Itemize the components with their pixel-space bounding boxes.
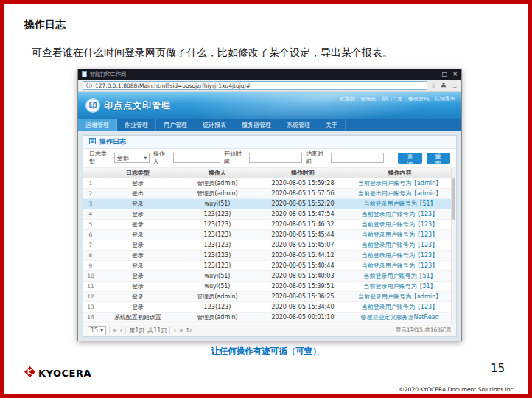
time-cell: 2020-08-05 15:59:28: [257, 178, 349, 189]
table-row[interactable]: 6登录123(123)2020-08-05 15:45:44当前登录用户账号为【…: [83, 230, 451, 240]
operator-input[interactable]: [173, 153, 220, 163]
time-cell: 2020-08-05 00:01:10: [257, 313, 349, 323]
logo-icon: 印: [85, 98, 100, 113]
reset-button[interactable]: 重置: [427, 153, 450, 164]
user-bar: 欢迎您：管理员 部门：无 修改密码 注销退出: [340, 95, 455, 102]
start-time-input[interactable]: [249, 153, 302, 163]
row-index: 4: [83, 209, 98, 220]
log-type-label: 日志类型: [89, 150, 111, 166]
operator-cell: wuyi(51): [178, 199, 257, 209]
table-row[interactable]: 2登出管理员(admin)2020-08-05 15:57:56当前登出用户账号…: [83, 189, 451, 199]
nav-tab-1[interactable]: 运维管理: [78, 119, 117, 131]
profile-icon[interactable]: [441, 82, 447, 89]
nav-tab-6[interactable]: 系统管理: [279, 119, 318, 131]
table-row[interactable]: 3登录wuyi(51)2020-08-05 15:52:20当前登录用户账号为【…: [83, 199, 451, 209]
minimize-icon[interactable]: —: [431, 71, 437, 77]
log-type-cell: 登录: [98, 302, 178, 313]
row-index: 6: [83, 230, 98, 240]
table-row[interactable]: 10登录wuyi(51)2020-08-05 15:40:03当前登录用户账号为…: [83, 271, 451, 282]
log-table-wrap: 日志类型操作人操作时间操作内容 1登录管理员(admin)2020-08-05 …: [83, 167, 456, 324]
log-type-cell: 登录: [98, 292, 178, 302]
table-row[interactable]: 1登录管理员(admin)2020-08-05 15:59:28当前登录用户账号…: [83, 178, 451, 189]
nav-tab-2[interactable]: 作业管理: [117, 119, 156, 131]
favorites-star-icon[interactable]: ☆: [431, 83, 436, 89]
prev-page-icon[interactable]: ‹: [120, 327, 123, 334]
log-table: 日志类型操作人操作时间操作内容 1登录管理员(admin)2020-08-05 …: [83, 167, 451, 323]
content-cell: 当前登录用户账号为【51】: [349, 282, 451, 292]
time-cell: 2020-08-05 15:45:07: [257, 240, 349, 251]
site-info-icon[interactable]: i: [86, 83, 92, 88]
nav-tab-5[interactable]: 服务器管理: [234, 119, 279, 131]
browser-tab-title: 智能打印工作间: [90, 71, 428, 78]
window-controls: — □ ×: [431, 71, 458, 77]
last-page-icon[interactable]: »: [179, 327, 183, 334]
scrollbar-thumb[interactable]: [452, 178, 455, 220]
browser-titlebar: 智能打印工作间 — □ ×: [78, 69, 461, 80]
column-header[interactable]: 操作时间: [257, 167, 349, 178]
table-scrollbar[interactable]: [451, 167, 456, 324]
content-cell: 当前登录用户账号为【51】: [349, 199, 451, 209]
end-time-input[interactable]: [331, 153, 384, 163]
nav-bar: 运维管理作业管理用户管理统计报表服务器管理系统管理关于: [78, 119, 461, 131]
table-row[interactable]: 4登录123(123)2020-08-05 15:47:54当前登录用户账号为【…: [83, 209, 451, 220]
nav-tab-7[interactable]: 关于: [318, 119, 346, 131]
chevron-down-icon: ▼: [100, 328, 103, 332]
content-cell: 当前登录用户账号为【admin】: [349, 292, 451, 302]
page-size-select[interactable]: 15 ▼: [88, 326, 106, 335]
search-button[interactable]: 查询: [398, 153, 421, 164]
next-page-icon[interactable]: ›: [173, 327, 176, 334]
url-text[interactable]: 127.0.0.1:8088/Main.html?sid=oosojzrfhiy…: [95, 83, 251, 89]
refresh-icon[interactable]: ↻: [186, 327, 192, 334]
log-type-cell: 登录: [98, 240, 178, 251]
content-cell: 当前登出用户账号为【admin】: [349, 189, 451, 199]
row-index: 7: [83, 240, 98, 251]
slogan-text: 让任何操作有迹可循（可查）: [4, 346, 528, 357]
address-bar[interactable]: i 127.0.0.1:8088/Main.html?sid=oosojzrfh…: [83, 81, 427, 90]
maximize-icon[interactable]: □: [442, 71, 448, 77]
close-icon[interactable]: ×: [452, 71, 458, 77]
operator-cell: 123(123): [178, 251, 257, 261]
more-menu-icon[interactable]: …: [451, 83, 457, 89]
chevron-down-icon: ▼: [144, 156, 147, 160]
nav-tab-3[interactable]: 用户管理: [156, 119, 195, 131]
table-row[interactable]: 8登录123(123)2020-08-05 15:44:12当前登录用户账号为【…: [83, 251, 451, 261]
nav-tab-4[interactable]: 统计报表: [195, 119, 234, 131]
log-type-select[interactable]: 全部 ▼: [114, 153, 150, 163]
table-row[interactable]: 13登录123(123)2020-08-05 15:34:40当前登录用户账号为…: [83, 302, 451, 313]
column-header[interactable]: 操作内容: [349, 167, 451, 178]
row-index: 14: [83, 313, 98, 323]
operator-cell: wuyi(51): [178, 282, 257, 292]
first-page-icon[interactable]: «: [113, 327, 117, 334]
content-cell: 当前登录用户账号为【51】: [349, 271, 451, 282]
table-row[interactable]: 5登录123(123)2020-08-05 15:46:32当前登录用户账号为【…: [83, 220, 451, 230]
row-index: 1: [83, 178, 98, 189]
slide-description: 可查看谁在什么时间登录网页做了什么，比如修改了某个设定，导出某个报表。: [32, 46, 393, 60]
logout-link[interactable]: 注销退出: [435, 95, 455, 102]
page-size-value: 15: [91, 327, 98, 334]
time-cell: 2020-08-05 15:46:32: [257, 220, 349, 230]
time-cell: 2020-08-05 15:57:56: [257, 189, 349, 199]
table-row[interactable]: 11登录wuyi(51)2020-08-05 15:39:51当前登录用户账号为…: [83, 282, 451, 292]
table-row[interactable]: 12登录管理员(admin)2020-08-05 15:36:25当前登录用户账…: [83, 292, 451, 302]
row-index: 5: [83, 220, 98, 230]
row-index: 8: [83, 251, 98, 261]
kyocera-logo: KYOCERA: [24, 366, 91, 380]
divider: [169, 327, 170, 334]
app-header: 印 印点点文印管理 欢迎您：管理员 部门：无 修改密码 注销退出: [78, 92, 461, 119]
browser-toolbar-icons: ☆ …: [431, 82, 457, 89]
table-row[interactable]: 7登录123(123)2020-08-05 15:45:07当前登录用户账号为【…: [83, 240, 451, 251]
table-row[interactable]: 14系统配置初始设置管理员(admin)2020-08-05 00:01:10修…: [83, 313, 451, 323]
browser-window: 智能打印工作间 — □ × i 127.0.0.1:8088/Main.html…: [77, 69, 462, 341]
table-row[interactable]: 9登录123(123)2020-08-05 15:40:44当前登录用户账号为【…: [83, 261, 451, 271]
content-cell: 当前登录用户账号为【admin】: [349, 178, 451, 189]
change-password-link[interactable]: 修改密码: [408, 95, 429, 102]
time-cell: 2020-08-05 15:34:40: [257, 302, 349, 313]
divider: [109, 327, 110, 334]
content-cell: 当前登录用户账号为【123】: [349, 261, 451, 271]
start-time-label: 开始时间: [224, 150, 245, 166]
slide: 操作日志 可查看谁在什么时间登录网页做了什么，比如修改了某个设定，导出某个报表。…: [0, 0, 532, 398]
time-cell: 2020-08-05 15:47:54: [257, 209, 349, 220]
column-header[interactable]: 日志类型: [98, 167, 178, 178]
column-header[interactable]: 操作人: [178, 167, 257, 178]
total-pages-text: 共11页: [147, 327, 167, 335]
